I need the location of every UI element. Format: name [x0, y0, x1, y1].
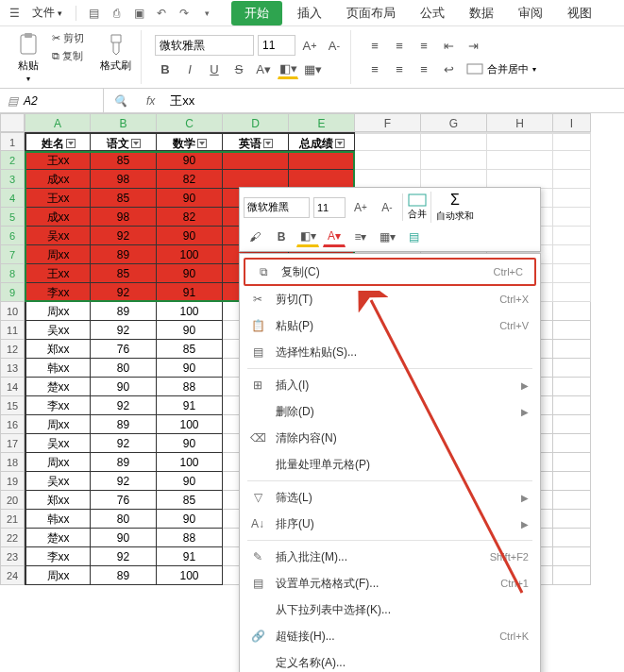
- cell-I21[interactable]: [553, 510, 591, 529]
- tab-insert[interactable]: 插入: [288, 1, 331, 25]
- cell-I19[interactable]: [553, 472, 591, 491]
- cell-I4[interactable]: [553, 189, 591, 208]
- ctx-item[interactable]: ⊞插入(I)▶: [240, 372, 540, 398]
- cell-F3[interactable]: [355, 170, 421, 189]
- cell-G1[interactable]: [421, 132, 487, 151]
- mini-merge-button[interactable]: 合并: [408, 193, 427, 221]
- search-icon[interactable]: 🔍: [104, 94, 137, 108]
- bold-button[interactable]: B: [155, 59, 176, 79]
- cell-B5[interactable]: 98: [91, 208, 157, 227]
- cell-C13[interactable]: 90: [157, 359, 223, 378]
- ctx-item[interactable]: ✂剪切(T)Ctrl+X: [240, 286, 540, 312]
- row-head[interactable]: 9: [0, 283, 25, 302]
- mini-align-button[interactable]: ≡▾: [349, 227, 372, 247]
- mini-increase-font-icon[interactable]: A+: [349, 197, 372, 218]
- col-head-F[interactable]: F: [355, 113, 421, 132]
- cell-C5[interactable]: 82: [157, 208, 223, 227]
- cell-B17[interactable]: 92: [91, 434, 157, 453]
- name-box[interactable]: ▤ A2: [0, 89, 104, 112]
- decrease-font-icon[interactable]: A-: [324, 35, 345, 56]
- ctx-item[interactable]: ✎插入批注(M)...Shift+F2: [240, 544, 540, 570]
- ctx-item[interactable]: ▤设置单元格格式(F)...Ctrl+1: [240, 570, 540, 596]
- cell-D2[interactable]: [223, 151, 289, 170]
- fill-color-button[interactable]: ◧▾: [278, 59, 298, 79]
- row-head[interactable]: 12: [0, 340, 25, 359]
- cell-B14[interactable]: 90: [91, 378, 157, 396]
- cell-I1[interactable]: [553, 132, 591, 151]
- file-menu[interactable]: 文件▾: [26, 5, 68, 21]
- wrap-text-icon[interactable]: ↩: [438, 59, 459, 79]
- row-head[interactable]: 13: [0, 359, 25, 378]
- cell-B12[interactable]: 76: [91, 340, 157, 359]
- cell-A5[interactable]: 成xx: [25, 208, 91, 227]
- italic-button[interactable]: I: [179, 59, 200, 79]
- cell-C16[interactable]: 100: [157, 415, 223, 434]
- cell-B2[interactable]: 85: [91, 151, 157, 170]
- row-head[interactable]: 23: [0, 547, 25, 566]
- cell-I2[interactable]: [553, 151, 591, 170]
- cut-button[interactable]: ✂ 剪切: [49, 30, 87, 46]
- row-head[interactable]: 4: [0, 189, 25, 208]
- mini-bold-button[interactable]: B: [270, 227, 293, 247]
- cell-I14[interactable]: [553, 378, 591, 396]
- cell-B6[interactable]: 92: [91, 227, 157, 245]
- cell-C2[interactable]: 90: [157, 151, 223, 170]
- cell-I20[interactable]: [553, 491, 591, 510]
- filter-icon[interactable]: [335, 139, 345, 148]
- row-head[interactable]: 19: [0, 472, 25, 491]
- cell-A20[interactable]: 郑xx: [25, 491, 91, 510]
- row-head[interactable]: 21: [0, 510, 25, 529]
- cell-C22[interactable]: 88: [157, 529, 223, 547]
- tab-data[interactable]: 数据: [460, 1, 503, 25]
- cell-C6[interactable]: 90: [157, 227, 223, 245]
- cell-H1[interactable]: [487, 132, 553, 151]
- cell-C3[interactable]: 82: [157, 170, 223, 189]
- cell-H3[interactable]: [487, 170, 553, 189]
- ctx-item[interactable]: 📋粘贴(P)Ctrl+V: [240, 312, 540, 339]
- ctx-item[interactable]: 从下拉列表中选择(K)...: [240, 596, 540, 623]
- cell-A21[interactable]: 韩xx: [25, 510, 91, 529]
- cell-A7[interactable]: 周xx: [25, 245, 91, 264]
- row-head[interactable]: 15: [0, 396, 25, 415]
- cell-B15[interactable]: 92: [91, 396, 157, 415]
- formatpainter-button[interactable]: 格式刷: [96, 30, 135, 75]
- filter-icon[interactable]: [263, 139, 273, 148]
- ctx-item[interactable]: ▤选择性粘贴(S)...: [240, 339, 540, 365]
- app-menu-icon[interactable]: ☰: [6, 5, 23, 22]
- row-head[interactable]: 6: [0, 227, 25, 245]
- cell-C12[interactable]: 85: [157, 340, 223, 359]
- row-head[interactable]: 10: [0, 302, 25, 321]
- cell-F2[interactable]: [355, 151, 421, 170]
- cell-I10[interactable]: [553, 302, 591, 321]
- row-head[interactable]: 2: [0, 151, 25, 170]
- cell-C14[interactable]: 88: [157, 378, 223, 396]
- cell-A11[interactable]: 吴xx: [25, 321, 91, 340]
- ctx-item[interactable]: ⧉复制(C)Ctrl+C: [244, 258, 536, 286]
- row-head[interactable]: 7: [0, 245, 25, 264]
- save-icon[interactable]: ▤: [84, 4, 103, 23]
- cell-I9[interactable]: [553, 283, 591, 302]
- col-head-I[interactable]: I: [553, 113, 591, 132]
- cell-I22[interactable]: [553, 529, 591, 547]
- cell-B16[interactable]: 89: [91, 415, 157, 434]
- cell-I6[interactable]: [553, 227, 591, 245]
- cell-B13[interactable]: 80: [91, 359, 157, 378]
- row-head[interactable]: 22: [0, 529, 25, 547]
- cell-B22[interactable]: 90: [91, 529, 157, 547]
- cell-A3[interactable]: 成xx: [25, 170, 91, 189]
- formula-content[interactable]: 王xx: [164, 92, 200, 109]
- col-head-A[interactable]: A: [25, 113, 91, 132]
- border-button[interactable]: ▦▾: [302, 59, 323, 79]
- cell-B7[interactable]: 89: [91, 245, 157, 264]
- col-head-C[interactable]: C: [157, 113, 223, 132]
- mini-font-color-button[interactable]: A▾: [323, 227, 346, 247]
- preview-icon[interactable]: ▣: [129, 4, 148, 23]
- cell-C19[interactable]: 90: [157, 472, 223, 491]
- cell-B19[interactable]: 92: [91, 472, 157, 491]
- align-top-icon[interactable]: ≡: [364, 35, 385, 56]
- strikethrough-button[interactable]: S: [228, 59, 249, 79]
- undo-icon[interactable]: ↶: [152, 4, 171, 23]
- row-head[interactable]: 5: [0, 208, 25, 227]
- increase-font-icon[interactable]: A+: [299, 35, 320, 56]
- cell-B24[interactable]: 89: [91, 566, 157, 585]
